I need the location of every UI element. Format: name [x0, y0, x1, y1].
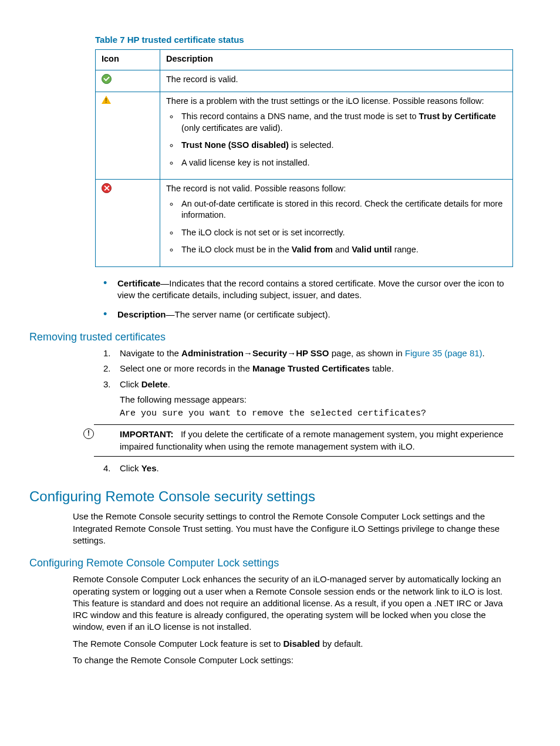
important-text: If you delete the certificate of a remot…	[120, 429, 503, 451]
th-icon: Icon	[96, 50, 160, 70]
step-3-msg-intro: The following message appears:	[120, 394, 514, 406]
err-intro: The record is not valid. Possible reason…	[166, 183, 507, 195]
heading-removing-certs: Removing trusted certificates	[29, 330, 514, 344]
err-item-2: The iLO clock is not set or is set incor…	[179, 227, 507, 239]
bullet-certificate: Certificate—Indicates that the record co…	[95, 278, 514, 302]
checkmark-circle-icon	[102, 74, 112, 84]
step-2: Select one or more records in the Manage…	[95, 363, 514, 374]
warn-item-1: This record contains a DNS name, and the…	[179, 111, 507, 134]
err-item-1: An out-of-date certificate is stored in …	[179, 198, 507, 221]
warn-item-2: Trust None (SSO disabled) is selected.	[179, 140, 507, 151]
step-1: Navigate to the Administration→Security→…	[95, 347, 514, 359]
heading-rc-lock: Configuring Remote Console Computer Lock…	[29, 556, 514, 570]
th-desc: Description	[160, 50, 513, 70]
rc-intro: Use the Remote Console security settings…	[73, 511, 514, 546]
warn-intro: There is a problem with the trust settin…	[166, 96, 507, 107]
step-3: Click Delete. The following message appe…	[95, 379, 514, 420]
row-error: The record is not valid. Possible reason…	[96, 180, 513, 267]
removing-steps-cont: Click Yes.	[29, 463, 514, 474]
confirm-message: Are you sure you want to remove the sele…	[120, 408, 514, 420]
row-valid-desc: The record is valid.	[160, 70, 513, 92]
field-bullets: Certificate—Indicates that the record co…	[29, 278, 514, 320]
bullet-description: Description—The server name (or certific…	[95, 309, 514, 320]
important-label: IMPORTANT:	[120, 429, 173, 439]
heading-rc-security: Configuring Remote Console security sett…	[29, 487, 514, 506]
xref-figure-35[interactable]: Figure 35 (page 81)	[405, 348, 483, 358]
row-valid: The record is valid.	[96, 70, 513, 92]
warning-triangle-icon	[102, 96, 111, 104]
error-circle-icon	[102, 183, 112, 193]
important-note: ! IMPORTANT: If you delete the certifica…	[94, 424, 514, 457]
important-icon: !	[83, 428, 94, 439]
rc-lock-p3: To change the Remote Console Computer Lo…	[73, 654, 514, 666]
table-caption: Table 7 HP trusted certificate status	[95, 34, 514, 46]
status-table: Icon Description The record is valid. Th…	[95, 49, 513, 267]
removing-steps: Navigate to the Administration→Security→…	[29, 347, 514, 420]
err-item-3: The iLO clock must be in the Valid from …	[179, 244, 507, 256]
step-4: Click Yes.	[95, 463, 514, 474]
row-warning: There is a problem with the trust settin…	[96, 92, 513, 180]
warn-item-3: A valid license key is not installed.	[179, 157, 507, 169]
rc-lock-p1: Remote Console Computer Lock enhances th…	[73, 573, 514, 633]
rc-lock-p2: The Remote Console Computer Lock feature…	[73, 638, 514, 650]
